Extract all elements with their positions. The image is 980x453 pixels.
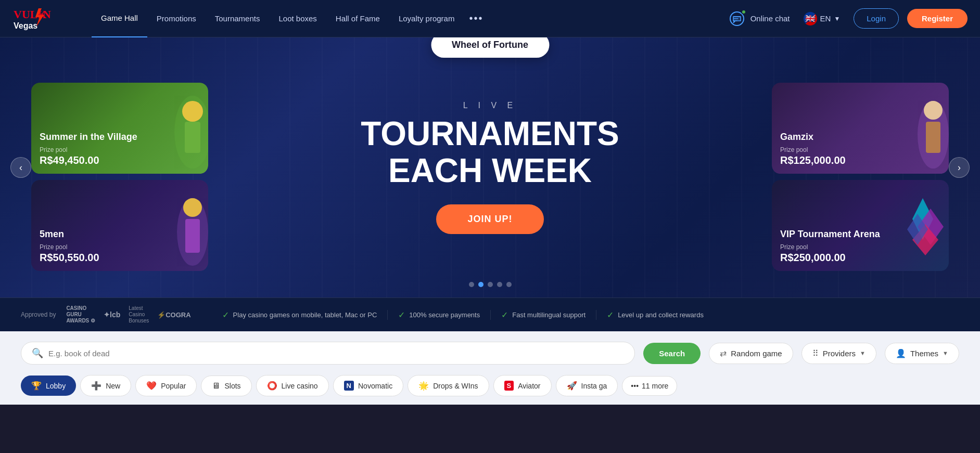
category-tabs: 🏆 Lobby ➕ New ❤️ Popular 🖥 Slots ⭕ Live …	[0, 375, 980, 405]
cat-tab-insta-ga[interactable]: 🚀 Insta ga	[556, 375, 618, 396]
check-icon-1: ✓	[222, 310, 229, 320]
random-game-button[interactable]: ⇄ Random game	[709, 343, 793, 364]
trust-logo-lcb: ✦lcb	[104, 310, 120, 319]
cat-tab-novomatic[interactable]: N Novomatic	[333, 375, 404, 396]
svg-text:VULK: VULK	[14, 8, 47, 21]
trust-text-2: 100% secure payments	[409, 311, 480, 319]
hero-next-arrow[interactable]: ›	[949, 157, 970, 178]
new-label: New	[106, 382, 120, 390]
hero-slide-dots	[469, 282, 512, 287]
more-categories-button[interactable]: ••• 11 more	[622, 376, 677, 396]
trust-feature-3: ✓ Fast multilingual support	[491, 310, 596, 320]
grid-icon: ⠿	[812, 348, 819, 358]
card-prize-label-5men: Prize pool	[40, 243, 99, 251]
chat-online-indicator	[741, 9, 746, 15]
trust-text-1: Play casino games on mobile, tablet, Mac…	[233, 311, 377, 319]
slide-dot-3[interactable]	[488, 282, 493, 287]
novomatic-icon: N	[344, 381, 354, 391]
providers-label: Providers	[823, 349, 856, 358]
hero-live-label: L I V E	[361, 101, 619, 110]
main-nav: Game Hall Promotions Tournaments Loot bo…	[92, 0, 728, 37]
join-up-button[interactable]: JOIN UP!	[436, 204, 543, 234]
nav-loot-boxes[interactable]: Loot boxes	[269, 0, 326, 37]
providers-button[interactable]: ⠿ Providers ▼	[801, 343, 876, 364]
check-icon-2: ✓	[398, 310, 405, 320]
nav-promotions[interactable]: Promotions	[147, 0, 206, 37]
card-prize-label-summer: Prize pool	[40, 146, 137, 153]
tournament-cards-right: Gamzix Prize pool R$125,000.00 VIP Tourn…	[772, 83, 949, 271]
svg-text:N: N	[43, 8, 51, 21]
card-content-5men: 5men Prize pool R$50,550.00	[31, 222, 108, 271]
tournament-card-5men[interactable]: 5men Prize pool R$50,550.00	[31, 180, 208, 271]
hero-prev-arrow[interactable]: ‹	[10, 157, 31, 178]
logo[interactable]: VULK N Vegas	[12, 6, 75, 32]
nav-tournaments[interactable]: Tournaments	[206, 0, 270, 37]
trust-feature-2: ✓ 100% secure payments	[388, 310, 491, 320]
card-title-5men: 5men	[40, 229, 99, 241]
tournament-card-summer[interactable]: Summer in the Village Prize pool R$49,45…	[31, 83, 208, 174]
tournament-card-gamzix[interactable]: Gamzix Prize pool R$125,000.00	[772, 83, 949, 174]
hero-banner: Wheel of Fortune ‹ Summer in the Village…	[0, 37, 980, 297]
slots-label: Slots	[224, 382, 240, 390]
random-game-label: Random game	[731, 349, 782, 358]
trust-feature-4: ✓ Level up and collect rewards	[596, 310, 714, 320]
slide-dot-2[interactable]	[478, 282, 483, 287]
cat-tab-aviator[interactable]: S Aviator	[493, 375, 552, 396]
themes-chevron-icon: ▼	[943, 350, 948, 356]
trust-logo-lcb2: LatestCasinoBonuses	[129, 305, 149, 324]
hero-title-line1: TOURNAMENTS	[361, 115, 619, 152]
search-section: 🔍 Search ⇄ Random game ⠿ Providers ▼ 👤 T…	[0, 331, 980, 375]
nav-more-dots[interactable]: •••	[464, 12, 488, 24]
more-categories-label: 11 more	[642, 382, 668, 390]
search-input[interactable]	[48, 349, 624, 358]
language-selector[interactable]: 🇬🇧 EN ▼	[798, 9, 846, 29]
card-prize-label-vip: Prize pool	[780, 243, 880, 251]
cat-tab-new[interactable]: ➕ New	[80, 375, 131, 396]
card-prize-label-gamzix: Prize pool	[780, 146, 846, 153]
trust-logos: CASINOGURUAWARDS ⚙ ✦lcb LatestCasinoBonu…	[66, 305, 190, 324]
online-chat-label: Online chat	[750, 14, 790, 23]
cat-tab-lobby[interactable]: 🏆 Lobby	[21, 376, 76, 396]
live-casino-icon: ⭕	[267, 381, 277, 391]
online-chat-btn[interactable]: Online chat	[728, 9, 790, 28]
drops-wins-icon: 🌟	[418, 381, 429, 391]
card-title-vip: VIP Tournament Arena	[780, 229, 880, 241]
trust-logo-ecogra: ⚡COGRA	[157, 311, 190, 319]
cat-tab-popular[interactable]: ❤️ Popular	[135, 375, 197, 396]
login-button[interactable]: Login	[854, 8, 899, 29]
nav-game-hall[interactable]: Game Hall	[92, 0, 147, 37]
cat-tab-live-casino[interactable]: ⭕ Live casino	[256, 375, 329, 396]
card-prize-value-5men: R$50,550.00	[40, 252, 99, 264]
slide-dot-4[interactable]	[497, 282, 502, 287]
card-character-5men	[156, 188, 208, 271]
search-button[interactable]: Search	[643, 343, 701, 364]
themes-button[interactable]: 👤 Themes ▼	[885, 343, 959, 364]
check-icon-3: ✓	[501, 310, 508, 320]
slide-dot-1[interactable]	[469, 282, 474, 287]
svg-point-10	[183, 198, 202, 217]
aviator-label: Aviator	[518, 382, 540, 390]
themes-icon: 👤	[896, 348, 906, 358]
card-title-gamzix: Gamzix	[780, 132, 846, 144]
chat-icon-wrap	[728, 9, 746, 28]
insta-ga-label: Insta ga	[581, 382, 607, 390]
card-gems-vip	[886, 188, 949, 271]
card-prize-value-summer: R$49,450.00	[40, 154, 137, 166]
nav-hall-of-fame[interactable]: Hall of Fame	[326, 0, 389, 37]
wheel-of-fortune-bubble[interactable]: Wheel of Fortune	[431, 37, 549, 58]
slide-dot-5[interactable]	[506, 282, 512, 287]
register-button[interactable]: Register	[907, 9, 968, 28]
providers-chevron-icon: ▼	[860, 350, 866, 356]
cat-tab-drops-wins[interactable]: 🌟 Drops & WIns	[408, 375, 489, 396]
svg-rect-14	[926, 122, 940, 153]
cat-tab-slots[interactable]: 🖥 Slots	[201, 376, 251, 396]
card-content-vip: VIP Tournament Arena Prize pool R$250,00…	[772, 222, 888, 271]
svg-point-13	[924, 101, 943, 120]
check-icon-4: ✓	[607, 310, 614, 320]
aviator-icon: S	[504, 381, 514, 391]
tournament-card-vip[interactable]: VIP Tournament Arena Prize pool R$250,00…	[772, 180, 949, 271]
flag-icon: 🇬🇧	[804, 12, 817, 25]
drops-wins-label: Drops & WIns	[433, 382, 478, 390]
nav-loyalty-program[interactable]: Loyalty program	[389, 0, 464, 37]
search-magnifier-icon: 🔍	[32, 347, 43, 359]
